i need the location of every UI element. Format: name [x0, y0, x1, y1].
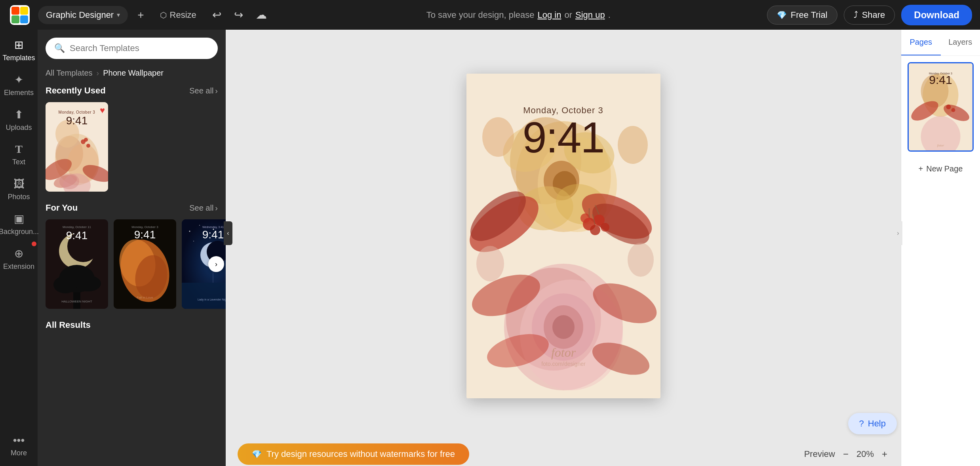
pages-content: Monday, October 3 9:41 fotor + New Page	[901, 56, 980, 186]
breadcrumb-separator: ›	[97, 68, 99, 78]
sidebar-item-text[interactable]: T Text	[2, 138, 36, 171]
new-page-button[interactable]: + New Page	[908, 158, 974, 180]
svg-rect-45	[182, 283, 226, 309]
watermark-banner[interactable]: 💎 Try design resources without watermark…	[238, 443, 469, 465]
svg-text:9:41: 9:41	[202, 228, 224, 241]
pages-layers-tabs: Pages Layers	[901, 30, 980, 56]
favorite-icon[interactable]: ♥	[100, 105, 105, 116]
canvas-design[interactable]: fotor foto.com/designer Monday, October …	[466, 74, 660, 398]
svg-text:Monday, October 11: Monday, October 11	[63, 225, 91, 229]
zoom-value: 20%	[856, 449, 874, 459]
canvas-time: 9:41	[466, 116, 660, 159]
recently-used-thumb-1[interactable]: Monday, October 3 9:41 ♥	[46, 102, 108, 192]
share-label: Share	[862, 10, 885, 20]
svg-point-36	[189, 231, 190, 232]
more-icon: •••	[13, 434, 25, 447]
svg-rect-2	[20, 7, 28, 15]
help-label: Help	[868, 418, 886, 429]
for-you-see-all[interactable]: See all ›	[189, 204, 218, 213]
svg-point-94	[951, 108, 955, 112]
right-panel: Pages Layers Monday, October 3	[901, 30, 980, 466]
search-bar: 🔍	[46, 38, 218, 59]
logo[interactable]	[8, 3, 32, 27]
breadcrumb-all[interactable]: All Templates	[46, 68, 93, 78]
for-you-templates: Monday, October 11 9:41 HALLOWEEN NIGHT …	[46, 219, 218, 309]
text-label: Text	[12, 158, 25, 166]
share-button[interactable]: ⤴ Share	[844, 6, 895, 25]
tab-layers[interactable]: Layers	[941, 30, 980, 55]
templates-next-arrow[interactable]: ›	[208, 256, 224, 272]
free-trial-label: Free Trial	[791, 10, 828, 20]
help-button[interactable]: ? Help	[848, 413, 897, 434]
watermark-text: Try design resources without watermarks …	[266, 449, 455, 459]
canvas-area: fotor foto.com/designer Monday, October …	[226, 30, 901, 442]
chevron-down-icon: ▾	[117, 11, 120, 19]
for-you-title: For You	[46, 203, 78, 213]
search-input[interactable]	[70, 43, 209, 53]
sidebar-item-more[interactable]: ••• More	[2, 429, 36, 462]
svg-text:9:41: 9:41	[929, 73, 952, 86]
period-text: .	[608, 10, 611, 20]
for-you-thumb-1[interactable]: Monday, October 11 9:41 HALLOWEEN NIGHT	[46, 219, 108, 309]
svg-text:fotor: fotor	[551, 345, 576, 359]
add-button[interactable]: +	[134, 6, 147, 25]
svg-rect-3	[11, 15, 19, 23]
recently-used-grid: Monday, October 3 9:41 ♥	[46, 102, 218, 192]
zoom-controls: Preview − 20% +	[804, 447, 889, 461]
svg-point-15	[86, 144, 90, 148]
svg-rect-4	[20, 15, 28, 23]
elements-label: Elements	[4, 89, 34, 97]
elements-icon: ✦	[14, 73, 23, 86]
search-icon: 🔍	[54, 43, 65, 53]
templates-icon: ⊞	[14, 38, 23, 51]
recently-used-see-all[interactable]: See all ›	[189, 86, 218, 95]
svg-point-16	[84, 138, 88, 142]
panel-expand-handle[interactable]: ›	[894, 221, 902, 245]
svg-point-13	[59, 173, 79, 189]
app-selector[interactable]: Graphic Designer ▾	[38, 6, 128, 24]
sidebar-item-templates[interactable]: ⊞ Templates	[2, 34, 36, 67]
text-icon: T	[15, 143, 23, 156]
preview-label[interactable]: Preview	[804, 449, 835, 459]
plus-icon: +	[919, 164, 923, 173]
more-label: More	[11, 449, 27, 457]
all-results-title: All Results	[46, 320, 91, 330]
svg-point-77	[552, 315, 575, 339]
svg-point-84	[476, 246, 504, 282]
download-button[interactable]: Download	[901, 5, 972, 25]
svg-rect-1	[11, 7, 19, 15]
extension-label: Extension	[3, 262, 34, 271]
zoom-in-button[interactable]: +	[880, 447, 889, 461]
zoom-out-button[interactable]: −	[841, 447, 850, 461]
free-trial-button[interactable]: 💎 Free Trial	[767, 6, 837, 25]
svg-point-93	[946, 105, 951, 109]
new-page-label: New Page	[926, 164, 963, 173]
undo-button[interactable]: ↩	[209, 5, 225, 25]
sidebar-item-elements[interactable]: ✦ Elements	[2, 68, 36, 102]
sidebar-item-uploads[interactable]: ⬆ Uploads	[2, 103, 36, 137]
resize-button[interactable]: ⬡ Resize	[154, 7, 203, 23]
tab-pages[interactable]: Pages	[901, 30, 941, 55]
redo-button[interactable]: ↪	[231, 5, 246, 25]
or-text: or	[564, 10, 572, 20]
sidebar-item-backgrounds[interactable]: ▣ Backgroun...	[2, 207, 36, 241]
svg-point-23	[53, 276, 77, 293]
svg-text:HALLOWEEN NIGHT: HALLOWEEN NIGHT	[61, 300, 92, 303]
log-in-link[interactable]: Log in	[537, 10, 561, 20]
download-label: Download	[914, 10, 959, 20]
cloud-save-button[interactable]: ☁	[253, 5, 270, 25]
for-you-thumb-2[interactable]: Monday, October 3 9:41 Fall in Love	[114, 219, 176, 309]
panel-collapse-handle[interactable]: ‹	[224, 221, 232, 245]
sidebar-item-photos[interactable]: 🖼 Photos	[2, 173, 36, 206]
extension-badge	[32, 242, 36, 246]
page-thumb: Monday, October 3 9:41 fotor	[909, 63, 972, 150]
sidebar-item-extension[interactable]: ⊕ Extension	[2, 242, 36, 276]
page-thumb-container[interactable]: Monday, October 3 9:41 fotor	[908, 62, 974, 152]
topbar: Graphic Designer ▾ + ⬡ Resize ↩ ↪ ☁ To s…	[0, 0, 980, 30]
svg-text:Lady in a Lavender Night: Lady in a Lavender Night	[198, 298, 226, 301]
breadcrumb-current: Phone Wallpaper	[103, 68, 164, 78]
save-notice: To save your design, please Log in or Si…	[276, 10, 761, 20]
sign-up-link[interactable]: Sign up	[575, 10, 605, 20]
svg-point-85	[628, 243, 654, 277]
svg-text:9:41: 9:41	[66, 229, 88, 242]
